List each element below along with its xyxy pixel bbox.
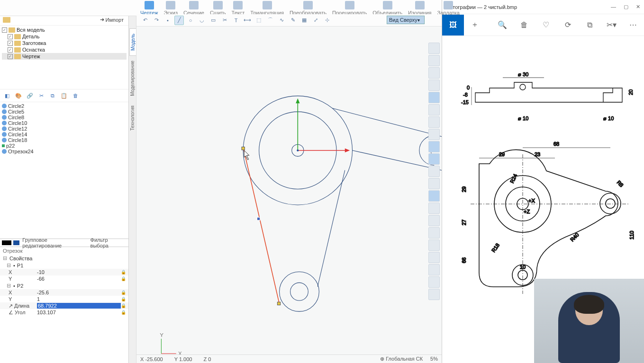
fit-icon[interactable] (428, 67, 440, 79)
photos-image[interactable]: ⌀ 30 0 -8 -15 ⌀ 10 ⌀ 10 20 (442, 36, 644, 363)
line-tool-icon[interactable]: ╱ (174, 16, 184, 25)
point-icon[interactable]: • (163, 16, 172, 25)
lock-icon[interactable]: 🔒 (121, 310, 126, 315)
rect-tool-icon[interactable]: ▭ (209, 16, 218, 25)
length-value[interactable]: 68.7922 (37, 303, 121, 309)
undo-icon[interactable]: ↶ (140, 16, 150, 25)
photos-crop-icon[interactable]: ⧉ (579, 15, 600, 35)
object-item[interactable]: Circle12 (2, 126, 127, 132)
view-orientation-combo[interactable]: Вид Сверху ▾ (387, 16, 425, 24)
tool1-icon[interactable] (428, 141, 440, 152)
hatch-icon[interactable]: ▦ (299, 16, 309, 25)
status-cs[interactable]: ⊕ Глобальная СК (380, 356, 423, 362)
tool2-icon[interactable] (428, 153, 440, 165)
object-item[interactable]: p22 (2, 143, 127, 149)
ribbon-Триангуляция[interactable]: Триангуляция (250, 1, 284, 16)
ribbon-Текст[interactable]: Текст (232, 1, 245, 16)
tool9-icon[interactable] (428, 239, 440, 251)
tool13-icon[interactable] (428, 289, 440, 300)
tool7-icon[interactable] (428, 215, 440, 226)
tool5-icon[interactable] (428, 190, 440, 202)
import-button[interactable]: ➜ Импорт (98, 16, 126, 24)
object-item[interactable]: Circle18 (2, 137, 127, 143)
tool12-icon[interactable] (428, 276, 440, 288)
layer-icon[interactable]: ◧ (3, 91, 11, 100)
tool6-icon[interactable] (428, 203, 440, 214)
p1-label[interactable]: P1 (17, 263, 23, 268)
ribbon-Сечение[interactable]: Сечение (183, 1, 204, 16)
properties-section[interactable]: Свойства (9, 256, 32, 261)
text-tool-icon[interactable]: T (231, 16, 241, 25)
trim-icon[interactable]: ✂ (220, 16, 229, 25)
photos-edit-icon[interactable]: ✂▾ (600, 15, 622, 35)
break-icon[interactable]: ⊹ (322, 16, 332, 25)
viewcube-icon[interactable] (428, 43, 440, 54)
link-icon[interactable]: 🔗 (26, 91, 34, 100)
persp-icon[interactable] (428, 80, 440, 91)
redo-icon[interactable]: ↷ (152, 16, 161, 25)
tool4-icon[interactable] (428, 178, 440, 189)
arc-tool-icon[interactable]: ◡ (197, 16, 207, 25)
tree-item[interactable]: ✓Чертеж (2, 53, 127, 60)
spline-icon[interactable]: ∿ (277, 16, 286, 25)
shade-icon[interactable] (428, 129, 440, 140)
photos-rotate-icon[interactable]: ⟳ (557, 15, 579, 35)
photos-close-icon[interactable]: ✕ (636, 4, 640, 10)
object-item[interactable]: Circle2 (2, 103, 127, 109)
color-swatch-black[interactable] (2, 240, 11, 245)
solid-icon[interactable] (428, 104, 440, 115)
object-item[interactable]: Circle14 (2, 132, 127, 137)
object-item[interactable]: Circle5 (2, 109, 127, 115)
photos-minimize-icon[interactable]: — (611, 4, 616, 10)
copy-icon[interactable]: ⧉ (48, 91, 57, 100)
edit-icon[interactable]: ✎ (288, 16, 298, 25)
photos-heart-icon[interactable]: ♡ (535, 15, 557, 35)
zoom-icon[interactable]: 🔍 (116, 1, 127, 13)
p2-label[interactable]: P2 (17, 283, 23, 289)
fillet-icon[interactable]: ⌒ (265, 16, 275, 25)
angle-value[interactable]: 103.107 (37, 310, 121, 315)
paste-icon[interactable]: 📋 (60, 91, 68, 100)
tree-item[interactable]: ✓Деталь (2, 33, 127, 40)
photos-view-icon[interactable]: 🖼 (442, 15, 464, 35)
object-item[interactable]: Circle8 (2, 115, 127, 120)
column-icon[interactable]: ☷ (100, 1, 112, 13)
ribbon-Преобразовать[interactable]: Преобразовать (290, 1, 327, 16)
tool11-icon[interactable] (428, 264, 440, 275)
prop-row[interactable]: Y-66🔒 (0, 275, 128, 282)
object-item[interactable]: Отрезок24 (2, 149, 127, 154)
prop-row[interactable]: Y1🔒 (0, 296, 128, 302)
palette-icon[interactable]: 🎨 (14, 91, 23, 100)
wire-icon[interactable] (428, 116, 440, 128)
tree-item[interactable]: ✓Оснастка (2, 46, 127, 53)
ribbon-Изолиния[interactable]: Изолиния (408, 1, 431, 16)
new-file-icon[interactable]: 📄 (40, 1, 51, 13)
photos-maximize-icon[interactable]: ▢ (624, 4, 628, 10)
ribbon-Эскиз[interactable]: Эскиз (164, 1, 178, 16)
dim-icon[interactable]: ⟷ (243, 16, 252, 25)
offset-icon[interactable]: ⬚ (254, 16, 263, 25)
save-icon[interactable]: 💾 (70, 1, 82, 13)
photos-more-icon[interactable]: ⋯ (622, 15, 644, 35)
ribbon-Сшить[interactable]: Сшить (210, 1, 226, 16)
photos-add-icon[interactable]: ＋ (464, 15, 486, 35)
photos-trash-icon[interactable]: 🗑 (513, 15, 535, 35)
side-tab[interactable]: Технология (129, 101, 136, 135)
tool8-icon[interactable] (428, 227, 440, 239)
lock-icon[interactable]: 🔒 (121, 303, 126, 308)
photos-zoom-icon[interactable]: 🔍 (491, 15, 513, 35)
delete-icon[interactable]: 🗑 (71, 91, 80, 100)
tool3-icon[interactable] (428, 166, 440, 177)
prop-row[interactable]: X-10🔒 (0, 269, 128, 275)
ribbon-Чертеж[interactable]: Чертеж (140, 1, 158, 16)
side-tab[interactable]: Модель (129, 28, 136, 56)
grid-icon[interactable] (428, 92, 440, 103)
cut-icon[interactable]: ✂ (37, 91, 45, 100)
side-tab[interactable]: Моделирование (129, 56, 136, 101)
ribbon-Объединить[interactable]: Объединить (372, 1, 402, 16)
drawing-canvas[interactable]: X Y Z (136, 27, 442, 354)
tree-item[interactable]: ✓Вся модель (2, 27, 127, 33)
upload-icon[interactable] (428, 55, 440, 66)
tool10-icon[interactable] (428, 252, 440, 263)
prop-row[interactable]: X-25.6🔒 (0, 289, 128, 296)
